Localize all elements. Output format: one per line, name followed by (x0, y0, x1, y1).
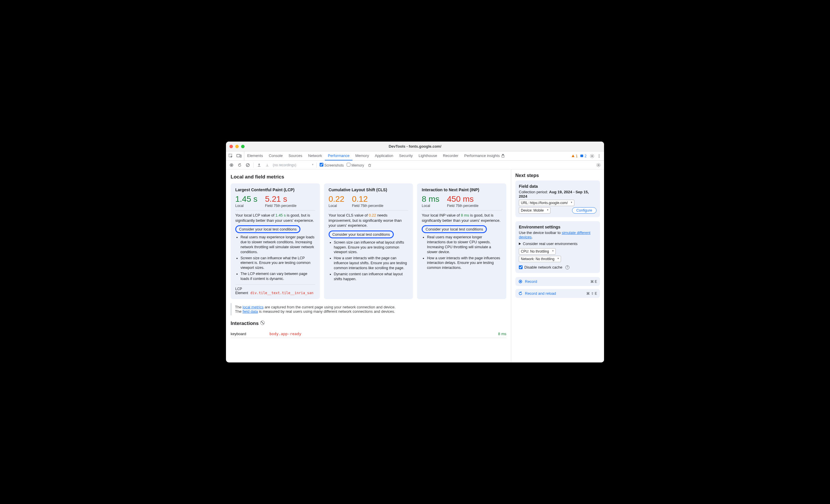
url-select[interactable]: URL: https://fonts.google.com/ (519, 200, 574, 206)
inp-details[interactable]: Consider your local test conditions Real… (422, 225, 502, 270)
devtools-window: DevTools - fonts.google.com/ Elements Co… (226, 141, 604, 363)
screenshots-checkbox[interactable]: Screenshots (320, 163, 344, 167)
window-title: DevTools - fonts.google.com/ (226, 144, 604, 148)
tab-elements[interactable]: Elements (244, 152, 266, 161)
more-icon[interactable] (597, 154, 602, 159)
lcp-card: Largest Contentful Paint (LCP) 1.45 sLoc… (231, 183, 320, 299)
close-icon[interactable] (229, 145, 233, 148)
tab-label: Performance insights (464, 154, 500, 158)
metrics-note: The local metrics are captured from the … (231, 303, 506, 315)
lcp-title: Largest Contentful Paint (LCP) (235, 188, 315, 192)
cls-field-value: 0.12 (352, 195, 383, 204)
inspect-icon[interactable] (228, 154, 233, 159)
inp-summary[interactable]: Consider your local test conditions (422, 225, 487, 233)
traffic-lights (229, 145, 245, 148)
inp-title: Interaction to Next Paint (INP) (422, 188, 502, 192)
sidebar: Next steps Field data Collection period:… (511, 169, 604, 363)
panel-tabbar: Elements Console Sources Network Perform… (226, 152, 604, 161)
svg-rect-2 (240, 155, 242, 157)
next-steps-title: Next steps (515, 173, 600, 178)
titlebar: DevTools - fonts.google.com/ (226, 141, 604, 152)
lcp-details[interactable]: Consider your local test conditions Real… (235, 225, 315, 281)
warnings-badge[interactable]: 1 (571, 154, 578, 158)
svg-point-14 (520, 281, 521, 282)
memory-checkbox[interactable]: Memory (347, 163, 364, 167)
svg-point-4 (592, 155, 593, 156)
svg-point-6 (599, 156, 599, 156)
tab-memory[interactable]: Memory (352, 152, 372, 161)
inp-field-value: 450 ms (447, 195, 478, 204)
consider-env-details[interactable]: Consider real user environments (519, 241, 597, 246)
lcp-element-row: LCP Elementdiv.tile__text.tile__inria_sa… (235, 284, 315, 295)
lcp-summary[interactable]: Consider your local test conditions (235, 225, 300, 233)
interactions-title: Interactions (231, 321, 506, 327)
device-icon[interactable] (236, 154, 242, 159)
tab-recorder[interactable]: Recorder (440, 152, 461, 161)
cls-description: Your local CLS value of 0.22 needs impro… (329, 213, 409, 228)
gear-icon[interactable] (596, 163, 601, 168)
svg-point-9 (231, 164, 232, 166)
local-metrics-link[interactable]: local metrics (243, 305, 263, 309)
gear-icon[interactable] (589, 154, 595, 159)
svg-rect-3 (580, 155, 583, 157)
interaction-row[interactable]: keyboardbody.app-ready 8 ms (231, 330, 506, 338)
device-select[interactable]: Device: Mobile (519, 207, 550, 214)
field-data-link[interactable]: field data (243, 309, 258, 314)
lcp-local-value: 1.45 s (235, 195, 257, 204)
tab-performance[interactable]: Performance (325, 152, 352, 161)
section-title: Local and field metrics (231, 174, 506, 180)
main-content: Local and field metrics Largest Contentf… (226, 169, 511, 363)
lcp-description: Your local LCP value of 1.45 s is good, … (235, 213, 315, 223)
tab-sources[interactable]: Sources (286, 152, 306, 161)
inp-description: Your local INP value of 8 ms is good, bu… (422, 213, 502, 223)
svg-point-5 (599, 154, 599, 155)
tab-console[interactable]: Console (266, 152, 286, 161)
cls-card: Cumulative Layout Shift (CLS) 0.22Local … (324, 183, 413, 299)
download-icon[interactable] (265, 163, 270, 168)
minimize-icon[interactable] (235, 145, 239, 148)
inp-card: Interaction to Next Paint (INP) 8 msLoca… (417, 183, 506, 299)
svg-point-7 (599, 157, 599, 158)
lcp-field-value: 5.21 s (265, 195, 296, 204)
tab-application[interactable]: Application (372, 152, 396, 161)
gc-icon[interactable] (367, 163, 372, 168)
help-icon[interactable]: ? (565, 265, 569, 269)
svg-point-12 (598, 164, 599, 165)
tab-lighthouse[interactable]: Lighthouse (416, 152, 440, 161)
cls-summary[interactable]: Consider your local test conditions (329, 231, 394, 238)
clear-icon[interactable] (245, 163, 250, 168)
tab-security[interactable]: Security (396, 152, 416, 161)
reload-icon[interactable] (237, 163, 242, 168)
tab-performance-insights[interactable]: Performance insights (461, 152, 508, 161)
field-data-block: Field data Collection period: Aug 19, 20… (515, 180, 600, 217)
cls-title: Cumulative Layout Shift (CLS) (329, 188, 409, 192)
record-icon[interactable] (229, 163, 234, 168)
disable-cache-checkbox[interactable]: Disable network cache? (519, 265, 597, 269)
svg-rect-1 (237, 154, 240, 157)
upload-icon[interactable] (256, 163, 262, 168)
issues-badge[interactable]: 2 (580, 154, 586, 158)
recordings-dropdown[interactable]: (no recordings)▾ (273, 163, 314, 167)
network-select[interactable]: Network: No throttling (519, 256, 561, 262)
performance-toolbar: (no recordings)▾ Screenshots Memory (226, 161, 604, 169)
svg-line-11 (247, 164, 249, 166)
maximize-icon[interactable] (241, 145, 245, 148)
env-settings-block: Environment settings Use the device tool… (515, 221, 600, 273)
inp-local-value: 8 ms (422, 195, 440, 204)
configure-button[interactable]: Configure (572, 207, 597, 214)
cls-details[interactable]: Consider your local test conditions Scre… (329, 231, 409, 282)
clear-icon[interactable] (260, 321, 265, 325)
record-button[interactable]: Record ⌘ E (515, 277, 600, 286)
cls-local-value: 0.22 (329, 195, 345, 204)
cpu-select[interactable]: CPU: No throttling (519, 248, 556, 255)
record-reload-button[interactable]: Record and reload ⌘ ⇧ E (515, 289, 600, 298)
tab-network[interactable]: Network (306, 152, 325, 161)
